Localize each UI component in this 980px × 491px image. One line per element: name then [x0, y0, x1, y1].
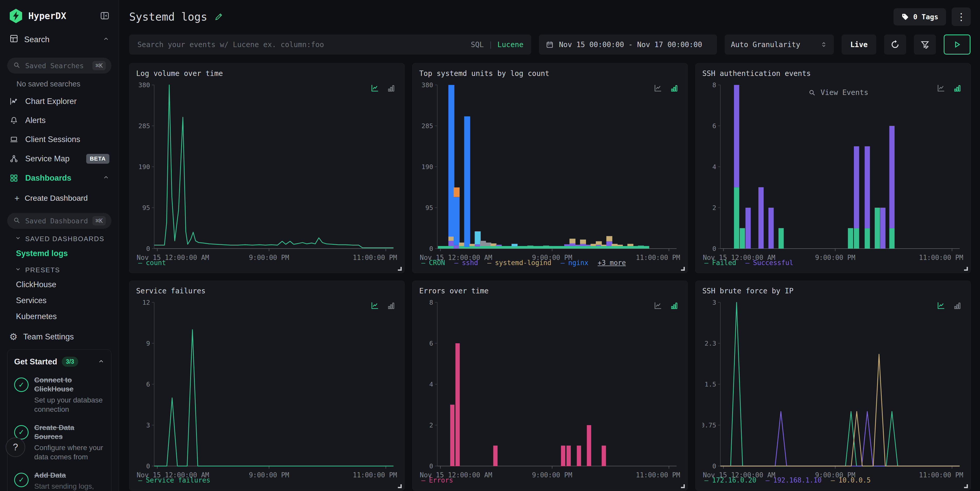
bar-chart-toggle[interactable] [953, 301, 962, 310]
chart-area[interactable]: 00.751.52.33Nov 15 12:00:00 AM9:00:00 PM… [702, 296, 964, 473]
filter-button[interactable] [914, 35, 936, 54]
saved-searches-field[interactable] [25, 62, 88, 70]
nav-label: Alerts [25, 116, 46, 125]
resize-handle[interactable] [681, 267, 685, 271]
chart-bar-segment [480, 241, 486, 246]
presets-section[interactable]: PRESETS [0, 261, 119, 276]
chart-area[interactable]: 02468Nov 15 12:00:00 AM9:00:00 PM11:00:0… [419, 296, 681, 473]
svg-text:9:00:00 PM: 9:00:00 PM [249, 471, 289, 479]
resize-handle[interactable] [398, 267, 402, 271]
sidebar-collapse-icon[interactable] [100, 11, 110, 22]
chart-bar-segment [889, 228, 894, 249]
sidebar-item-dashboards[interactable]: Dashboards [0, 168, 119, 188]
time-range-picker[interactable]: Nov 15 00:00:00 - Nov 17 00:00:00 [539, 35, 717, 54]
sidebar-item-kubernetes[interactable]: Kubernetes [0, 308, 119, 324]
select-chevrons-icon [820, 41, 828, 48]
bar-chart-toggle[interactable] [387, 301, 396, 310]
line-chart-toggle[interactable] [937, 83, 946, 93]
line-chart-toggle[interactable] [370, 301, 380, 310]
saved-dashboards-section[interactable]: SAVED DASHBOARDS [0, 230, 119, 246]
play-button[interactable] [944, 35, 970, 54]
shortcut-badge: ⌘K [92, 61, 106, 70]
sidebar-item-alerts[interactable]: Alerts [0, 111, 119, 130]
chart-card-ssh-auth: SSH authentication events View Events [695, 63, 971, 273]
chart-bar-segment [627, 246, 633, 249]
chart-bar-segment [596, 245, 602, 246]
bar-chart-toggle[interactable] [670, 301, 679, 310]
help-button[interactable]: ? [6, 437, 25, 457]
sidebar-item-client-sessions[interactable]: Client Sessions [0, 130, 119, 149]
chart-bar-segment [448, 246, 454, 249]
saved-searches-input[interactable]: ⌘K [7, 58, 111, 74]
line-chart-toggle[interactable] [937, 301, 946, 310]
create-dashboard-button[interactable]: + Create Dashboard [0, 188, 119, 207]
bar-chart-toggle[interactable] [953, 84, 962, 93]
chart-canvas: 095190285380Nov 15 12:00:00 AM9:00:00 PM… [136, 79, 398, 264]
sidebar-item-service-map[interactable]: Service Map BETA [0, 149, 119, 168]
chart-bar-segment [746, 208, 751, 249]
chevron-down-icon [15, 266, 21, 274]
chart-series [154, 85, 393, 248]
sql-toggle[interactable]: SQL [471, 40, 484, 49]
nav-label: Service Map [25, 154, 70, 164]
tags-button[interactable]: 0 Tags [894, 8, 946, 25]
get-started-step-add-data[interactable]: ✓ Add Data Start sending logs, metrics, … [14, 471, 105, 491]
get-started-step-connect[interactable]: ✓ Connect to ClickHouse Set up your data… [14, 375, 105, 414]
chart-area[interactable]: 036912Nov 15 12:00:00 AM9:00:00 PM11:00:… [136, 296, 398, 473]
resize-handle[interactable] [964, 267, 968, 271]
chart-bar-segment [464, 116, 470, 247]
sidebar-item-search[interactable]: Search [0, 28, 119, 51]
resize-handle[interactable] [681, 484, 685, 488]
sidebar-item-systemd-logs[interactable]: Systemd logs [0, 246, 119, 261]
chart-bar-segment [617, 245, 623, 246]
resize-handle[interactable] [398, 484, 402, 488]
chart-bar-segment [633, 246, 638, 249]
line-chart-toggle[interactable] [654, 83, 663, 93]
svg-text:9:00:00 PM: 9:00:00 PM [815, 254, 856, 261]
granularity-value: Auto Granularity [731, 40, 800, 49]
svg-text:95: 95 [142, 204, 150, 211]
svg-text:9:00:00 PM: 9:00:00 PM [532, 254, 572, 261]
line-chart-toggle[interactable] [654, 301, 663, 310]
chart-bar-segment [596, 242, 602, 245]
svg-text:6: 6 [429, 340, 433, 347]
chart-series [720, 354, 960, 466]
event-search-input[interactable] [137, 40, 466, 49]
view-events-button[interactable]: View Events [807, 88, 870, 97]
get-started-header[interactable]: Get Started 3/3 [14, 357, 105, 367]
bell-icon [9, 116, 19, 125]
chart-card-errors: Errors over time 02468Nov 15 12:00:00 AM… [412, 281, 688, 491]
granularity-select[interactable]: Auto Granularity [725, 35, 834, 54]
kebab-menu-button[interactable]: ⋮ [952, 8, 971, 26]
magnifier-icon [13, 216, 21, 225]
line-chart-toggle[interactable] [370, 83, 380, 93]
bar-chart-toggle[interactable] [670, 84, 679, 93]
sidebar-item-clickhouse[interactable]: ClickHouse [0, 276, 119, 292]
bar-chart-toggle[interactable] [387, 84, 396, 93]
event-search-box[interactable]: SQL | Lucene [129, 35, 531, 54]
chart-bar-segment [527, 246, 533, 249]
svg-text:4: 4 [712, 163, 716, 171]
chart-bar-segment [564, 246, 570, 249]
chart-card-service-failures: Service failures 036912Nov 15 12:00:00 A… [129, 281, 404, 491]
lucene-toggle[interactable]: Lucene [498, 40, 523, 49]
edit-title-button[interactable] [215, 12, 223, 21]
saved-dashboards-field[interactable] [25, 217, 88, 225]
chart-area[interactable]: 095190285380Nov 15 12:00:00 AM9:00:00 PM… [136, 79, 398, 256]
tag-icon [901, 13, 909, 21]
live-button[interactable]: Live [842, 35, 876, 54]
filter-row: SQL | Lucene Nov 15 00:00:00 - Nov 17 00… [129, 35, 971, 54]
chart-area[interactable]: View Events 02468Nov 15 12:00:00 AM9:00:… [702, 79, 964, 256]
chart-bar-segment [496, 245, 501, 246]
sidebar-item-chart-explorer[interactable]: Chart Explorer [0, 92, 119, 111]
svg-text:380: 380 [138, 81, 150, 89]
saved-dashboards-input[interactable]: ⌘K [7, 213, 111, 229]
get-started-step-sources[interactable]: ✓ Create Data Sources Configure where yo… [14, 423, 105, 462]
resize-handle[interactable] [964, 484, 968, 488]
sidebar-item-services[interactable]: Services [0, 292, 119, 308]
presets-header-label: PRESETS [25, 266, 60, 274]
laptop-icon [9, 135, 19, 144]
chart-area[interactable]: 095190285380Nov 15 12:00:00 AM9:00:00 PM… [419, 79, 681, 256]
refresh-button[interactable] [884, 35, 906, 54]
sidebar-item-team-settings[interactable]: ⚙ Team Settings [0, 324, 119, 349]
